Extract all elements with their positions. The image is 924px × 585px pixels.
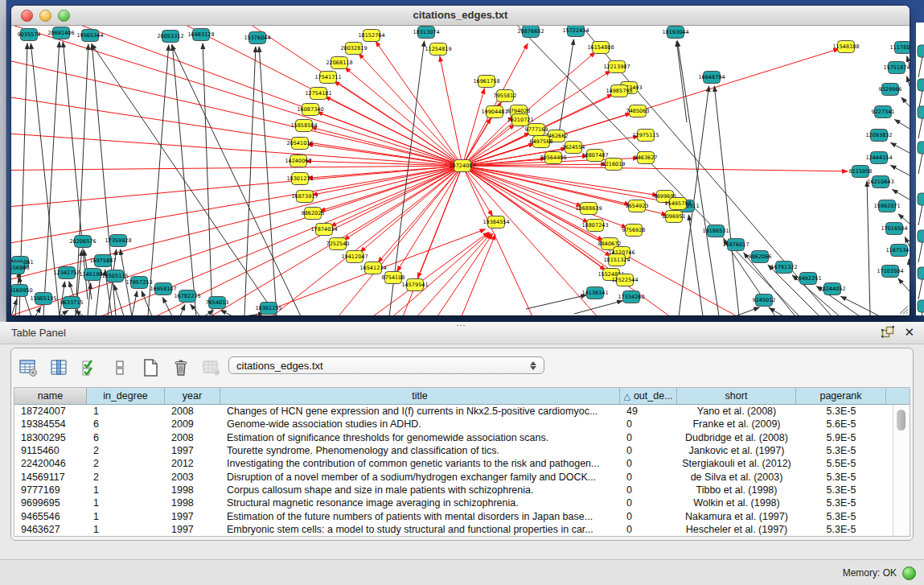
graph-node[interactable]: 19412047: [341, 251, 368, 263]
graph-node[interactable]: 17541711: [314, 72, 341, 84]
cell-year[interactable]: 2008: [165, 406, 220, 417]
cell-in_degree[interactable]: 2: [87, 458, 165, 469]
column-header-short[interactable]: short: [677, 388, 796, 404]
graph-node[interactable]: 10688639: [575, 203, 602, 215]
graph-node[interactable]: 20206576: [69, 236, 96, 248]
cell-year[interactable]: 2012: [165, 458, 220, 469]
cell-pagerank[interactable]: 5.5E-5: [796, 458, 886, 469]
graph-node[interactable]: 15992071: [873, 200, 900, 212]
graph-node[interactable]: 15905135: [30, 293, 56, 305]
cell-pagerank[interactable]: 5.6E-5: [796, 418, 886, 430]
graph-node[interactable]: 6216019: [602, 159, 626, 171]
cell-title[interactable]: Disruption of a novel member of a sodium…: [220, 472, 620, 483]
graph-node[interactable]: 8096951: [663, 211, 686, 223]
graph-node[interactable]: 19904481: [481, 106, 507, 118]
cell-short[interactable]: Wolkin et al. (1998): [677, 497, 796, 509]
cell-out_de[interactable]: 0: [620, 497, 677, 509]
graph-node[interactable]: 14240067: [285, 155, 311, 167]
cell-in_degree[interactable]: 2: [87, 472, 165, 483]
graph-node[interactable]: 9862066: [749, 251, 772, 263]
graph-node[interactable]: 9654923: [626, 200, 649, 212]
table-row[interactable]: 1456911722003Disruption of a novel membe…: [14, 470, 893, 483]
cell-title[interactable]: Genome-wide association studies in ADHD.: [220, 418, 620, 430]
cell-name[interactable]: 9465546: [14, 511, 87, 522]
graph-node[interactable]: 18152764: [358, 30, 384, 42]
cell-title[interactable]: Investigating the contribution of common…: [220, 458, 620, 469]
cell-title[interactable]: Corpus callosum shape and size in male p…: [220, 484, 620, 496]
table-row[interactable]: 969969511998Structural magnetic resonanc…: [14, 496, 893, 509]
graph-node[interactable]: 9227341: [872, 106, 895, 118]
graph-node[interactable]: 19565344: [76, 30, 103, 42]
graph-node[interactable]: 9756928: [622, 225, 646, 237]
graph-node[interactable]: 18301271: [286, 173, 313, 185]
graph-node[interactable]: 16210643: [867, 176, 893, 188]
cell-out_de[interactable]: 0: [620, 472, 677, 483]
cell-year[interactable]: 1997: [165, 445, 220, 456]
select-all-icon[interactable]: [79, 357, 100, 378]
memory-status-icon[interactable]: [902, 566, 916, 580]
cell-short[interactable]: Hescheler et al. (1997): [677, 524, 796, 535]
graph-node[interactable]: 16154808: [587, 42, 614, 54]
cell-title[interactable]: Embryonic stem cells: a model to study s…: [220, 524, 620, 535]
delete-rows-icon[interactable]: [170, 357, 191, 378]
graph-node[interactable]: 6497568: [530, 136, 553, 148]
graph-node[interactable]: 17016504: [881, 223, 907, 235]
network-table-select[interactable]: citations_edges.txt: [228, 356, 544, 374]
graph-node[interactable]: 11675341: [885, 245, 910, 257]
graph-node[interactable]: 14136141: [581, 287, 608, 299]
table-row[interactable]: 1830029562008Estimation of significance …: [14, 431, 893, 444]
graph-node[interactable]: 15376044: [244, 32, 270, 44]
table-row[interactable]: 977716911998Corpus callosum shape and si…: [14, 484, 893, 496]
cell-year[interactable]: 1997: [165, 511, 220, 522]
graph-node[interactable]: 20032819: [340, 43, 367, 55]
cell-short[interactable]: Franke et al. (2009): [677, 418, 796, 430]
column-header-out_de[interactable]: △out_de...: [620, 388, 677, 404]
cell-name[interactable]: 9463627: [14, 524, 87, 535]
cell-short[interactable]: Nakamura et al. (1997): [677, 511, 796, 522]
cell-short[interactable]: Tibbo et al. (1998): [677, 484, 796, 496]
graph-node[interactable]: 8115958: [849, 166, 873, 178]
graph-node[interactable]: 9035574: [18, 29, 41, 41]
cell-name[interactable]: 14569117: [14, 472, 87, 483]
table-row[interactable]: 946362711997Embryonic stem cells: a mode…: [14, 523, 893, 536]
cell-pagerank[interactable]: 5.3E-5: [796, 511, 886, 522]
network-graph[interactable]: 9035574206914061956534420053312169831281…: [11, 26, 910, 315]
graph-node[interactable]: 9463627: [634, 152, 658, 164]
graph-node[interactable]: 10492251: [795, 273, 821, 285]
cell-out_de[interactable]: 0: [620, 445, 677, 456]
graph-node[interactable]: 16975887: [89, 255, 116, 267]
cell-year[interactable]: 2003: [165, 472, 220, 483]
graph-node[interactable]: 17957253: [125, 277, 152, 289]
cell-in_degree[interactable]: 6: [87, 418, 165, 430]
deselect-all-icon[interactable]: [109, 357, 130, 378]
graph-node[interactable]: 9633715: [60, 297, 84, 309]
scrollbar-thumb[interactable]: [897, 410, 906, 431]
cell-name[interactable]: 9115460: [14, 445, 87, 456]
new-table-icon[interactable]: [140, 357, 161, 378]
cell-year[interactable]: 2008: [165, 432, 220, 443]
cell-pagerank[interactable]: 5.3E-5: [796, 484, 886, 496]
cell-out_de[interactable]: 0: [620, 524, 677, 535]
cell-in_degree[interactable]: 6: [87, 432, 165, 443]
graph-node[interactable]: 11548108: [832, 41, 859, 53]
graph-node[interactable]: 18313074: [413, 27, 439, 39]
graph-node[interactable]: 7654013: [206, 297, 229, 309]
cell-pagerank[interactable]: 5.9E-5: [796, 432, 886, 443]
table-scrollbar[interactable]: [893, 405, 910, 536]
cell-year[interactable]: 1998: [165, 497, 220, 509]
graph-node[interactable]: 10244052: [819, 283, 845, 295]
graph-node[interactable]: 16958107: [150, 283, 176, 295]
cell-in_degree[interactable]: 1: [87, 497, 165, 509]
graph-node[interactable]: 7485063: [626, 105, 650, 117]
graph-node[interactable]: 11254819: [425, 43, 451, 56]
table-row[interactable]: 946554611997Estimation of the future num…: [14, 509, 893, 522]
network-window[interactable]: citations_edges.txt 90355742069140619565…: [11, 6, 910, 315]
graph-node[interactable]: 20160950: [11, 285, 33, 297]
resize-grip-icon[interactable]: [897, 303, 909, 315]
table-row[interactable]: 1872400712008Changes of HCN gene express…: [14, 405, 893, 418]
cell-title[interactable]: Tourette syndrome. Phenomenology and cla…: [220, 445, 620, 456]
graph-node[interactable]: 22068118: [326, 57, 352, 69]
cell-pagerank[interactable]: 5.3E-5: [796, 497, 886, 509]
cell-title[interactable]: Estimation of the future numbers of pati…: [220, 511, 620, 522]
graph-node[interactable]: 12975115: [632, 130, 659, 142]
